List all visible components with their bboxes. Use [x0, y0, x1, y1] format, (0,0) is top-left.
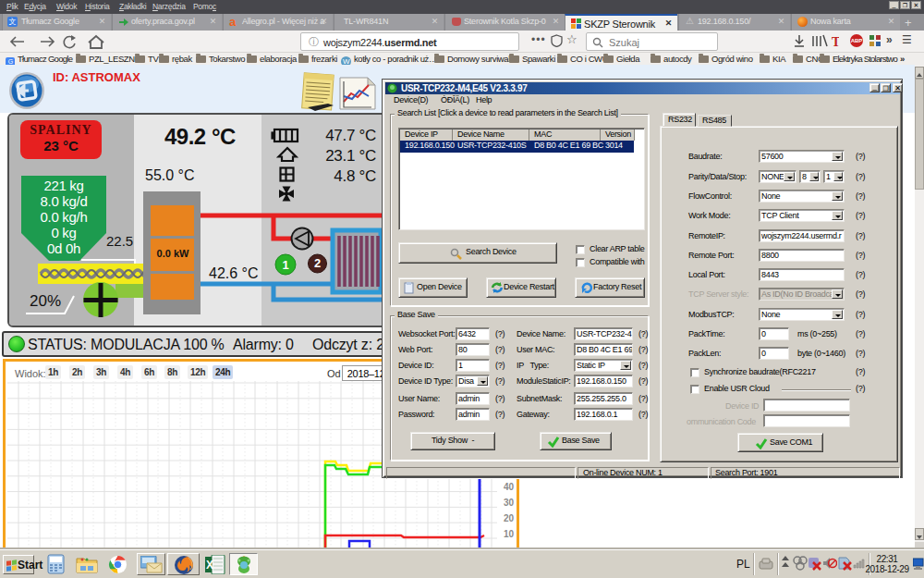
- svg-text:1: 1: [282, 258, 288, 272]
- svg-text:30: 30: [504, 498, 515, 508]
- svg-text:T: T: [832, 35, 839, 49]
- svg-text:40: 40: [504, 482, 515, 492]
- svg-text:2: 2: [314, 256, 321, 270]
- svg-text:20: 20: [504, 513, 515, 523]
- svg-text:10: 10: [504, 529, 515, 539]
- svg-text:X: X: [206, 559, 213, 572]
